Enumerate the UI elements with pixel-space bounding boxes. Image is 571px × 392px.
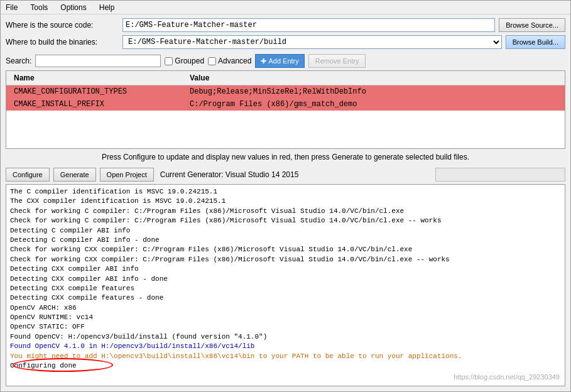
log-line: The C compiler identification is MSVC 19… — [10, 187, 561, 197]
log-line: The CXX compiler identification is MSVC … — [10, 197, 561, 206]
watermark: https://blog.csdn.net/qq_29230349 — [454, 373, 560, 382]
browse-source-button[interactable]: Browse Source... — [499, 18, 565, 32]
row1-value: Debug;Release;MinSizeRel;RelWithDebInfo — [185, 87, 562, 97]
generate-button[interactable]: Generate — [53, 168, 96, 182]
log-line: Check for working CXX compiler: C:/Progr… — [10, 255, 561, 264]
log-line: OpenCV STATIC: OFF — [10, 322, 561, 332]
build-label: Where to build the binaries: — [6, 38, 119, 46]
log-line: Detecting CXX compiler ABI info — [10, 264, 561, 274]
source-row: Where is the source code: Browse Source.… — [6, 18, 565, 32]
log-line: Found OpenCV: H:/opencv3/build/install (… — [10, 332, 561, 342]
menu-help[interactable]: Help — [97, 3, 117, 13]
menubar: File Tools Options Help — [1, 1, 570, 14]
row2-name: CMAKE_INSTALL_PREFIX — [9, 99, 185, 109]
action-buttons-row: Configure Generate Open Project Current … — [1, 165, 570, 184]
grouped-checkbox[interactable] — [165, 57, 173, 65]
log-line: Check for working C compiler: C:/Program… — [10, 216, 561, 226]
search-input[interactable] — [35, 55, 161, 67]
log-line: Check for working C compiler: C:/Program… — [10, 207, 561, 216]
row2-value: C:/Program Files (x86)/gms_match_demo — [185, 99, 562, 109]
log-area[interactable]: The C compiler identification is MSVC 19… — [6, 184, 565, 386]
advanced-checkbox-label[interactable]: Advanced — [208, 57, 251, 65]
source-label: Where is the source code: — [6, 21, 119, 30]
menu-file[interactable]: File — [3, 3, 20, 13]
remove-entry-button[interactable]: Remove Entry — [308, 54, 366, 68]
advanced-checkbox[interactable] — [208, 57, 216, 65]
log-line: OpenCV RUNTIME: vc14 — [10, 313, 561, 322]
open-project-button[interactable]: Open Project — [100, 168, 154, 182]
build-row: Where to build the binaries: E:/GMS-Feat… — [6, 35, 565, 49]
table-header: Name Value — [6, 71, 565, 85]
generator-label: Current Generator: Visual Studio 14 2015 — [160, 170, 299, 179]
log-line-done: Configuring done — [10, 361, 561, 371]
log-line: Check for working CXX compiler: C:/Progr… — [10, 245, 561, 254]
empty-table-space — [6, 111, 565, 148]
table-row[interactable]: CMAKE_CONFIGURATION_TYPES Debug;Release;… — [6, 85, 565, 98]
log-line: Detecting CXX compile features - done — [10, 293, 561, 303]
status-message: Press Configure to update and display ne… — [1, 149, 570, 165]
search-row: Search: Grouped Advanced ✚ Add Entry Rem… — [1, 52, 570, 70]
menu-options[interactable]: Options — [58, 3, 89, 13]
grouped-checkbox-label[interactable]: Grouped — [165, 57, 204, 65]
platform-input[interactable] — [435, 168, 565, 182]
log-line: Detecting C compiler ABI info - done — [10, 236, 561, 245]
log-line: Detecting C compiler ABI info — [10, 226, 561, 236]
log-line: Detecting CXX compiler ABI info - done — [10, 275, 561, 284]
main-window: File Tools Options Help Where is the sou… — [0, 0, 571, 392]
table-row[interactable]: CMAKE_INSTALL_PREFIX C:/Program Files (x… — [6, 98, 565, 111]
plus-icon: ✚ — [261, 57, 266, 65]
log-line-warning: You might need to add H:\opencv3\build\i… — [10, 352, 561, 361]
browse-build-button[interactable]: Browse Build... — [506, 35, 565, 49]
configure-button[interactable]: Configure — [6, 168, 50, 182]
name-header: Name — [9, 72, 185, 84]
log-line: OpenCV ARCH: x86 — [10, 303, 561, 313]
log-line-opencv: Found OpenCV 4.1.0 in H:/opencv3/build/i… — [10, 342, 561, 351]
log-line: Detecting CXX compile features — [10, 284, 561, 293]
search-label: Search: — [6, 57, 31, 65]
cmake-table: Name Value CMAKE_CONFIGURATION_TYPES Deb… — [6, 70, 565, 149]
form-area: Where is the source code: Browse Source.… — [1, 14, 570, 52]
value-header: Value — [185, 72, 562, 84]
menu-tools[interactable]: Tools — [28, 3, 50, 13]
row1-name: CMAKE_CONFIGURATION_TYPES — [9, 87, 185, 97]
add-entry-button[interactable]: ✚ Add Entry — [255, 54, 304, 68]
source-input[interactable] — [122, 18, 495, 32]
build-select[interactable]: E:/GMS-Feature-Matcher-master/build — [122, 35, 502, 49]
